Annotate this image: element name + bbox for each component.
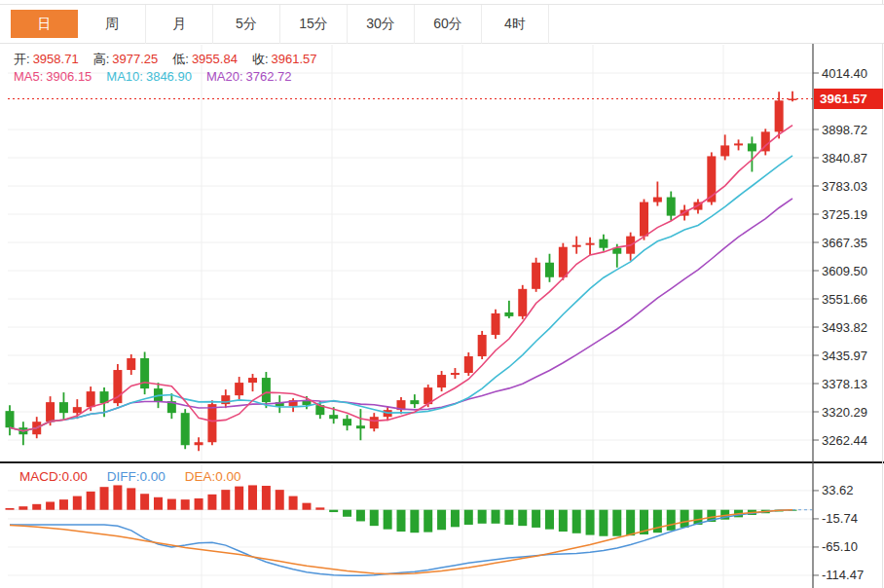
current-price-badge-label: 3961.57 xyxy=(820,92,867,106)
price-tick-label: 3725.19 xyxy=(822,207,867,222)
macd-bar xyxy=(545,510,554,530)
macd-bar xyxy=(329,510,338,512)
macd-bar xyxy=(396,510,405,532)
macd-bar xyxy=(181,499,190,510)
macd-bar xyxy=(46,501,55,509)
tab-month[interactable]: 月 xyxy=(146,5,213,44)
candle-body xyxy=(6,411,15,427)
macd-bar xyxy=(653,510,662,533)
macd-tick-label: -15.74 xyxy=(822,511,858,526)
macd-bar xyxy=(424,510,432,533)
macd-tick-label: -65.10 xyxy=(822,539,858,554)
macd-bar xyxy=(100,487,109,510)
price-tick-label: 3551.66 xyxy=(822,292,867,307)
candle-body xyxy=(140,358,149,388)
macd-tick-label: -114.47 xyxy=(822,568,864,582)
panel-separator xyxy=(0,461,884,463)
candle-body xyxy=(640,202,648,237)
macd-bar xyxy=(478,510,487,524)
candle-body xyxy=(329,415,338,419)
candle-body xyxy=(788,98,796,100)
ma20-value: MA20:3762.72 xyxy=(206,69,292,84)
ma20-line xyxy=(10,199,792,431)
macd-bar xyxy=(464,510,473,525)
candle-body xyxy=(181,413,190,445)
macd-bar xyxy=(221,490,230,510)
candle-body xyxy=(559,247,568,277)
candle-body xyxy=(127,358,135,370)
price-tick-label: 3840.87 xyxy=(822,151,867,165)
price-tick-label: 3898.72 xyxy=(822,123,867,137)
macd-bar xyxy=(248,485,257,509)
macd-bar xyxy=(451,510,460,528)
macd-bar xyxy=(343,510,351,517)
macd-bar xyxy=(18,506,27,510)
candle-body xyxy=(262,378,271,402)
candle-body xyxy=(87,391,95,407)
macd-bar xyxy=(370,510,379,526)
macd-bar xyxy=(127,488,135,509)
tab-day[interactable]: 日 xyxy=(11,10,78,38)
dea-value: DEA:0.00 xyxy=(185,469,241,484)
price-tick-label: 3493.82 xyxy=(822,320,867,335)
macd-bar xyxy=(586,510,595,535)
macd-tick-label: 33.62 xyxy=(822,483,854,497)
macd-bar xyxy=(492,510,500,524)
tab-5min[interactable]: 5分 xyxy=(213,5,280,44)
ma-legend: MA5:3906.15 MA10:3846.90 MA20:3762.72 xyxy=(14,69,292,84)
macd-bar xyxy=(504,510,513,525)
high-value: 高:3977.25 xyxy=(93,51,159,68)
tab-4hour[interactable]: 4时 xyxy=(482,5,549,44)
open-value: 开:3958.71 xyxy=(14,51,79,68)
macd-bar xyxy=(73,496,82,510)
candle-body xyxy=(451,373,460,375)
candle-body xyxy=(195,442,203,445)
close-value: 收:3961.57 xyxy=(252,51,317,68)
kline-chart-canvas[interactable]: 4014.403898.723840.873783.033725.193667.… xyxy=(0,0,884,588)
macd-bar xyxy=(32,504,41,510)
macd-bar xyxy=(681,510,689,528)
candle-body xyxy=(653,198,662,202)
candle-body xyxy=(343,419,351,425)
tab-60min[interactable]: 60分 xyxy=(415,5,482,44)
macd-bar xyxy=(6,508,15,510)
macd-bar xyxy=(572,510,581,533)
macd-bar xyxy=(167,499,176,510)
candle-body xyxy=(356,425,365,428)
price-tick-label: 3435.97 xyxy=(822,349,867,363)
candle-body xyxy=(46,402,55,422)
tab-week[interactable]: 周 xyxy=(79,5,146,44)
candle-body xyxy=(532,263,540,289)
candle-body xyxy=(207,404,216,442)
candle-body xyxy=(599,239,608,248)
macd-legend: MACD:0.00 DIFF:0.00 DEA:0.00 xyxy=(19,469,241,484)
macd-bar xyxy=(559,510,568,532)
price-tick-label: 3667.35 xyxy=(822,236,867,250)
ohlc-legend: 开:3958.71 高:3977.25 低:3955.84 收:3961.57 xyxy=(14,51,317,68)
low-value: 低:3955.84 xyxy=(172,51,238,68)
candle-body xyxy=(586,243,595,245)
diff-value: DIFF:0.00 xyxy=(107,469,166,484)
candle-body xyxy=(59,402,68,413)
candle-body xyxy=(492,313,500,335)
macd-bar xyxy=(262,486,271,510)
macd-bar xyxy=(667,510,676,531)
macd-bar xyxy=(626,510,635,535)
candle-body xyxy=(775,100,784,131)
macd-bar xyxy=(289,496,298,510)
tab-15min[interactable]: 15分 xyxy=(280,5,348,44)
macd-bar xyxy=(437,510,446,531)
ma5-line xyxy=(10,126,792,431)
candle-body xyxy=(667,198,676,216)
macd-bar xyxy=(113,485,122,509)
timeframe-tabbar: 日 周 月 5分 15分 30分 60分 4时 xyxy=(0,4,884,44)
macd-bar xyxy=(518,510,527,526)
candle-body xyxy=(572,245,581,247)
candle-body xyxy=(478,335,487,356)
tab-30min[interactable]: 30分 xyxy=(348,5,415,44)
candle-body xyxy=(410,400,419,404)
macd-bar xyxy=(612,510,621,536)
macd-bar xyxy=(59,499,68,510)
candle-body xyxy=(73,407,82,413)
price-tick-label: 3783.03 xyxy=(822,179,867,194)
